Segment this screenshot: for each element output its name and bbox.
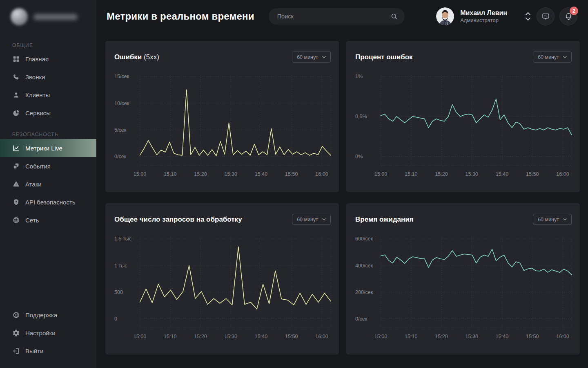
search-input[interactable] [277,13,390,20]
chart-total-requests: 1.5 тыс1 тыс500015:0015:1015:2015:3015:4… [113,234,332,344]
panel-title-main: Ошибки [114,53,142,61]
panel-head: Общее число запросов на обработку 60 мин… [105,203,339,225]
sidebar-section-general-label: ОБЩИЕ [0,43,96,50]
sidebar-item-network[interactable]: Сеть [0,211,96,229]
sidebar-item-clients[interactable]: Клиенты [0,86,96,104]
time-range-value: 60 минут [297,54,318,60]
layers-icon [12,162,20,170]
chevron-up-down-icon[interactable] [524,11,532,22]
panel-latency: Время ожидания 60 минут 600/сек400/сек20… [346,203,580,355]
svg-text:15:00: 15:00 [374,334,387,339]
chart-wrap: 15/сек10/сек5/сек0/сек15:0015:1015:2015:… [105,63,339,182]
sidebar-item-home[interactable]: Главная [0,50,96,68]
svg-text:500: 500 [114,289,123,295]
chat-icon [541,12,550,21]
chevron-down-icon [322,217,326,222]
panel-total-requests: Общее число запросов на обработку 60 мин… [105,203,339,355]
svg-text:15/сек: 15/сек [114,74,129,79]
sidebar-item-services[interactable]: Сервисы [0,104,96,122]
svg-text:0: 0 [114,316,117,322]
sidebar-item-label: Выйти [25,348,43,355]
chart-error-rate: 1%0,5%0%15:0015:1015:2015:3015:4015:5016… [354,72,573,182]
chevron-down-icon [563,55,567,59]
sidebar-item-label: Сеть [25,217,39,224]
svg-text:16:00: 16:00 [556,334,569,339]
sidebar-spacer [0,229,96,306]
svg-text:15:30: 15:30 [466,171,478,177]
warning-icon [12,180,20,188]
svg-text:15:10: 15:10 [164,171,176,177]
sidebar-nav-general: Главная Звонки Клиенты Сервисы [0,50,96,122]
time-range-select[interactable]: 60 минут [292,52,331,63]
svg-text:0%: 0% [355,154,363,159]
time-range-select[interactable]: 60 минут [292,214,331,225]
svg-text:15:40: 15:40 [255,171,267,177]
sidebar-item-label: Настройки [25,330,56,337]
svg-text:15:40: 15:40 [255,334,267,339]
logo[interactable] [0,0,96,33]
sidebar-item-support[interactable]: Поддержка [0,306,96,324]
lifebuoy-icon [12,311,20,319]
svg-text:16:00: 16:00 [315,334,328,339]
chevron-down-icon [322,55,326,59]
logo-wordmark [33,14,78,20]
sidebar-item-settings[interactable]: Настройки [0,324,96,342]
panel-title: Ошибки (5xx) [114,53,159,61]
panel-title-main: Время ожидания [355,215,414,223]
user-role: Администратор [460,17,507,24]
svg-text:15:00: 15:00 [134,171,146,177]
sidebar-item-attacks[interactable]: Атаки [0,175,96,193]
chart-wrap: 1.5 тыс1 тыс500015:0015:1015:2015:3015:4… [105,225,339,344]
phone-icon [12,73,20,81]
charts-grid: Ошибки (5xx) 60 минут 15/сек10/сек5/сек0… [96,33,588,355]
grid-icon [12,55,20,63]
time-range-value: 60 минут [538,54,559,60]
sidebar-item-label: Поддержка [25,312,57,319]
sidebar-item-label: События [25,163,51,170]
person-icon [12,91,20,99]
svg-text:15:00: 15:00 [134,334,146,339]
svg-text:600/сек: 600/сек [355,236,373,242]
svg-text:0/сек: 0/сек [355,316,368,322]
svg-text:15:50: 15:50 [285,171,298,177]
svg-text:0/сек: 0/сек [114,154,127,159]
panel-title: Общее число запросов на обработку [114,215,242,224]
time-range-value: 60 минут [297,217,318,222]
user-name: Михаил Левин [460,9,507,17]
app-root: ОБЩИЕ Главная Звонки Клиенты Сервисы БЕЗ… [0,0,588,368]
sidebar-item-label: Звонки [25,74,45,81]
svg-text:10/сек: 10/сек [114,101,129,106]
sidebar-item-events[interactable]: События [0,157,96,175]
chart-line-icon [12,144,20,152]
avatar[interactable] [436,7,454,25]
sidebar-item-logout[interactable]: Выйти [0,342,96,360]
time-range-select[interactable]: 60 минут [533,52,572,63]
sidebar-item-metrics-live[interactable]: Метрики Live [0,139,96,157]
svg-text:16:00: 16:00 [315,171,328,177]
globe-icon [12,216,20,224]
search-bar [269,8,405,25]
messages-button[interactable] [537,7,555,25]
svg-text:15:10: 15:10 [405,171,417,177]
panel-title: Процент ошибок [355,53,413,61]
time-range-select[interactable]: 60 минут [533,214,572,225]
svg-text:15:50: 15:50 [285,334,298,339]
panel-errors-5xx: Ошибки (5xx) 60 минут 15/сек10/сек5/сек0… [105,41,339,192]
gear-icon [12,329,20,337]
panel-title-suffix: (5xx) [144,53,159,61]
svg-text:15:40: 15:40 [496,334,508,339]
logo-icon [11,8,28,25]
shield-icon [12,198,20,206]
pie-icon [12,109,20,117]
sidebar-item-label: Метрики Live [25,145,62,152]
sidebar-item-api-security[interactable]: API безопасность [0,193,96,211]
svg-text:15:50: 15:50 [526,334,539,339]
notifications-button[interactable]: 2 [559,7,577,25]
time-range-value: 60 минут [538,217,559,222]
svg-text:1.5 тыс: 1.5 тыс [114,236,131,242]
panel-head: Ошибки (5xx) 60 минут [105,41,339,63]
svg-text:15:20: 15:20 [194,171,207,177]
chart-latency: 600/сек400/сек200/сек0/сек15:0015:1015:2… [354,234,573,344]
notification-badge: 2 [570,7,578,15]
sidebar-item-calls[interactable]: Звонки [0,68,96,86]
